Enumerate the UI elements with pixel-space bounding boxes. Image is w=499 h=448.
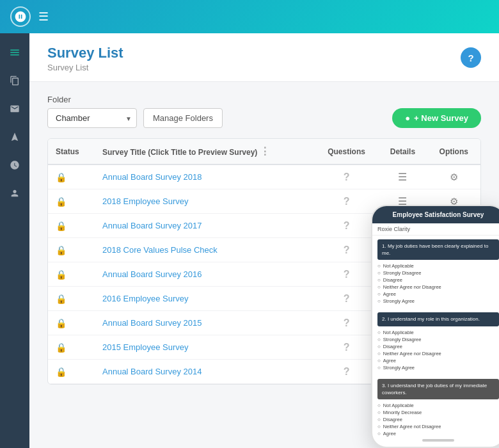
page-header-text: Survey List Survey List <box>47 45 123 72</box>
phone-q3-opt3: Disagree <box>377 416 499 423</box>
sidebar-item-mail[interactable] <box>3 97 26 120</box>
survey-title-link[interactable]: 2015 Employee Survey <box>102 342 188 352</box>
survey-title-link[interactable]: Annual Board Survey 2014 <box>102 367 202 376</box>
lock-icon: 🔒 <box>56 318 67 328</box>
question-mark-icon: ? <box>344 269 350 280</box>
phone-q1-opt5: Agree <box>377 291 499 298</box>
new-survey-button[interactable]: ● + New Survey <box>392 108 481 128</box>
survey-title-link[interactable]: 2016 Employee Survey <box>102 294 188 303</box>
sidebar-item-launch[interactable] <box>3 125 26 148</box>
survey-title-link[interactable]: 2018 Core Values Pulse Check <box>102 245 218 255</box>
row-status: 🔒 <box>48 311 95 335</box>
row-questions: ? <box>315 287 379 311</box>
app-logo <box>10 6 31 27</box>
phone-q3-text: 3. I understand the job duties of my imm… <box>377 379 499 399</box>
row-title: 2016 Employee Survey <box>95 287 315 311</box>
row-title: 2018 Employee Survey <box>95 189 315 214</box>
lock-icon: 🔒 <box>56 221 67 231</box>
folder-select-wrapper: Chamber General HR Operations ▼ <box>47 108 137 128</box>
phone-q1-opt1: Not Applicable <box>377 262 499 269</box>
phone-preview: Employee Satisfaction Survey Roxie Clari… <box>371 205 499 448</box>
phone-q1-opt2: Strongly Disagree <box>377 269 499 276</box>
phone-q3-opt4: Neither Agree not Disagree <box>377 423 499 430</box>
col-header-questions: Questions <box>315 139 379 164</box>
col-header-status: Status <box>48 139 95 164</box>
col-header-options: Options <box>427 139 480 164</box>
phone-home-bar <box>422 439 454 442</box>
question-mark-icon: ? <box>344 244 350 255</box>
folder-label: Folder <box>47 95 481 104</box>
sidebar-item-list[interactable] <box>3 41 26 64</box>
row-title: 2018 Core Values Pulse Check <box>95 238 315 262</box>
phone-content: Employee Satisfaction Survey Roxie Clari… <box>372 206 499 447</box>
row-options: ⚙ <box>427 164 480 189</box>
phone-q1-text: 1. My job duties have been clearly expla… <box>377 239 499 260</box>
phone-q3-opt2: Minority Decrease <box>377 409 499 416</box>
question-mark-icon: ? <box>344 196 350 207</box>
question-mark-icon: ? <box>344 342 350 353</box>
row-questions: ? <box>315 238 379 262</box>
phone-q1-opt3: Disagree <box>377 276 499 284</box>
row-details: ☰ <box>378 164 427 189</box>
new-survey-label: + New Survey <box>414 113 468 123</box>
survey-title-link[interactable]: Annual Board Survey 2016 <box>102 269 202 279</box>
phone-q2-opt1: Not Applicable <box>377 329 499 336</box>
phone-q2-opt4: Neither Agree nor Disagree <box>377 350 499 357</box>
lock-icon: 🔒 <box>56 367 67 377</box>
sidebar-item-clock[interactable] <box>3 154 26 177</box>
phone-question-1: 1. My job duties have been clearly expla… <box>372 236 499 308</box>
row-title: Annual Board Survey 2014 <box>95 360 315 384</box>
row-status: 🔒 <box>48 335 95 360</box>
row-status: 🔒 <box>48 238 95 262</box>
lock-icon: 🔒 <box>56 245 67 255</box>
phone-q2-opt6: Strongly Agree <box>377 364 499 371</box>
details-icon[interactable]: ☰ <box>398 172 407 182</box>
row-questions: ? <box>315 214 379 238</box>
survey-title-link[interactable]: Annual Board Survey 2018 <box>102 172 202 182</box>
sidebar-item-person[interactable] <box>3 182 26 205</box>
lock-icon: 🔒 <box>56 269 67 280</box>
phone-user-name: Roxie Clarity <box>372 223 499 236</box>
sidebar <box>0 33 29 448</box>
folder-select[interactable]: Chamber General HR Operations <box>47 108 137 128</box>
hamburger-icon[interactable]: ☰ <box>38 10 49 24</box>
help-button[interactable]: ? <box>461 47 481 68</box>
lock-icon: 🔒 <box>56 342 67 353</box>
gear-settings-icon[interactable]: ⚙ <box>450 172 458 182</box>
phone-question-3: 3. I understand the job duties of my imm… <box>372 375 499 441</box>
row-status: 🔒 <box>48 164 95 189</box>
table-header-row: Status Survey Title (Click Title to Prev… <box>48 139 480 164</box>
row-title: Annual Board Survey 2016 <box>95 262 315 287</box>
column-options-icon[interactable]: ⋮ <box>260 146 270 157</box>
manage-folders-button[interactable]: Manage Folders <box>143 108 223 128</box>
survey-title-link[interactable]: 2018 Employee Survey <box>102 196 188 206</box>
row-title: 2015 Employee Survey <box>95 335 315 360</box>
survey-title-link[interactable]: Annual Board Survey 2017 <box>102 221 202 230</box>
row-title: Annual Board Survey 2018 <box>95 164 315 189</box>
phone-q2-opt2: Strongly Disagree <box>377 336 499 343</box>
question-mark-icon: ? <box>344 366 350 377</box>
row-questions: ? <box>315 360 379 384</box>
folder-row: Chamber General HR Operations ▼ Manage F… <box>47 108 481 128</box>
question-mark-icon: ? <box>344 220 350 231</box>
row-title: Annual Board Survey 2015 <box>95 311 315 335</box>
phone-q3-opt5: Agree <box>377 430 499 437</box>
question-mark-icon: ? <box>344 172 350 182</box>
top-bar: ☰ <box>0 0 499 33</box>
phone-q1-opt6: Strongly Agree <box>377 298 499 305</box>
col-header-details: Details <box>378 139 427 164</box>
row-questions: ? <box>315 311 379 335</box>
phone-survey-title: Employee Satisfaction Survey <box>372 206 499 223</box>
survey-title-link[interactable]: Annual Board Survey 2015 <box>102 318 202 328</box>
row-questions: ? <box>315 335 379 360</box>
row-status: 🔒 <box>48 189 95 214</box>
page-header: Survey List Survey List ? <box>29 33 499 82</box>
page-title: Survey List <box>47 45 123 61</box>
phone-q2-opt3: Disagree <box>377 343 499 350</box>
row-questions: ? <box>315 189 379 214</box>
row-title: Annual Board Survey 2017 <box>95 214 315 238</box>
sidebar-item-copy[interactable] <box>3 69 26 92</box>
phone-q2-opt5: Agree <box>377 357 499 364</box>
question-mark-icon: ? <box>344 317 350 328</box>
col-header-title: Survey Title (Click Title to Preview Sur… <box>95 139 315 164</box>
